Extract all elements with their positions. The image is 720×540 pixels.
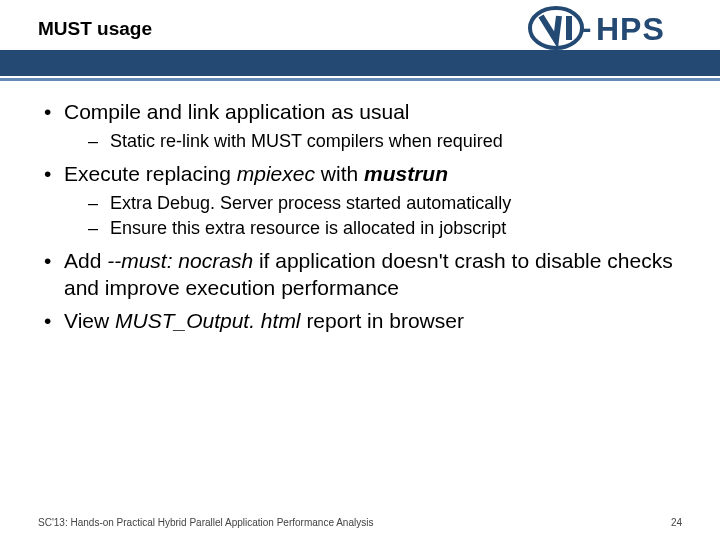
sub-bullet-list: Static re-link with MUST compilers when … [88, 130, 682, 153]
bullet-list: Compile and link application as usualSta… [38, 99, 682, 334]
text-run: --must: nocrash [107, 249, 253, 272]
content-area: Compile and link application as usualSta… [0, 81, 720, 540]
bullet-item: Add --must: nocrash if application doesn… [38, 248, 682, 302]
sub-bullet-list: Extra Debug. Server process started auto… [88, 192, 682, 240]
footer-page-number: 24 [671, 517, 682, 528]
svg-rect-1 [566, 16, 572, 40]
text-run: report in browser [301, 309, 464, 332]
text-run: Extra Debug. Server process started auto… [110, 193, 511, 213]
sub-bullet-item: Extra Debug. Server process started auto… [88, 192, 682, 215]
text-run: Execute replacing [64, 162, 237, 185]
slide: MUST usage - HPS Compile and link applic… [0, 0, 720, 540]
vi-hps-logo: - HPS [526, 6, 696, 50]
sub-bullet-item: Static re-link with MUST compilers when … [88, 130, 682, 153]
footer: SC'13: Hands-on Practical Hybrid Paralle… [0, 517, 720, 528]
text-run: MUST_Output. html [115, 309, 301, 332]
bullet-item: Execute replacing mpiexec with mustrunEx… [38, 161, 682, 240]
bullet-item: View MUST_Output. html report in browser [38, 308, 682, 335]
sub-bullet-item: Ensure this extra resource is allocated … [88, 217, 682, 240]
text-run: View [64, 309, 115, 332]
header-stripe-dark [0, 50, 720, 76]
text-run: mustrun [364, 162, 448, 185]
bullet-item: Compile and link application as usualSta… [38, 99, 682, 153]
text-run: Compile and link application as usual [64, 100, 410, 123]
text-run: mpiexec [237, 162, 315, 185]
text-run: Ensure this extra resource is allocated … [110, 218, 506, 238]
text-run: with [315, 162, 364, 185]
text-run: Add [64, 249, 107, 272]
svg-text:HPS: HPS [596, 11, 665, 47]
footer-left: SC'13: Hands-on Practical Hybrid Paralle… [38, 517, 373, 528]
text-run: Static re-link with MUST compilers when … [110, 131, 503, 151]
svg-text:-: - [582, 13, 591, 44]
header: MUST usage - HPS [0, 0, 720, 50]
